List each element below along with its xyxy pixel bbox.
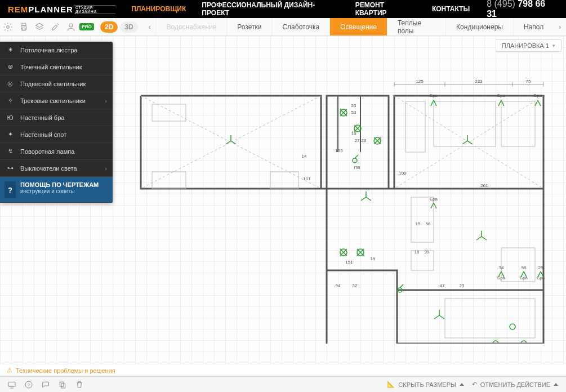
floor-plan[interactable]: 125 233 75: [130, 62, 551, 344]
svg-line-54: [439, 315, 444, 319]
palette-pendant[interactable]: ◎ Подвесной светильник: [0, 75, 113, 92]
logo-rem: REM: [8, 5, 28, 14]
copy-icon[interactable]: [54, 377, 71, 393]
logo[interactable]: REMPLANNER СТУДИЯ ДИЗАЙНА: [0, 4, 123, 14]
svg-rect-10: [405, 101, 425, 152]
dim-label: 34: [499, 265, 504, 270]
bra-label: Бра: [430, 93, 438, 98]
dim-label: 151: [345, 260, 353, 265]
settings-icon[interactable]: [0, 18, 16, 36]
main-nav: ПЛАНИРОВЩИК ПРОФЕССИОНАЛЬНЫЙ ДИЗАЙН-ПРОЕ…: [123, 0, 478, 18]
dim-label: ПВ: [354, 165, 360, 170]
view-toggle: 2D 3D: [100, 21, 138, 33]
phone-number[interactable]: 8 (495) 798 66 31: [478, 0, 566, 19]
palette-bra[interactable]: Ю Настенный бра: [0, 109, 113, 126]
dim-label: 32: [353, 283, 358, 288]
svg-point-58: [353, 158, 357, 163]
nav-contacts[interactable]: КОНТАКТЫ: [424, 0, 478, 18]
svg-rect-2: [22, 23, 25, 26]
tabs-prev-icon[interactable]: ‹: [144, 18, 156, 35]
spot-icon: ⊗: [6, 63, 15, 70]
tab-floorheat[interactable]: Теплые полы: [387, 18, 445, 35]
bra-label: Бра: [497, 93, 506, 98]
undo-button[interactable]: ↶ ОТМЕНИТЬ ДЕЙСТВИЕ: [472, 381, 558, 388]
switch-icon: ⊶: [6, 164, 15, 172]
svg-rect-16: [501, 248, 535, 282]
tabs-next-icon[interactable]: ›: [554, 18, 566, 35]
workspace-canvas[interactable]: ✶ Потолочная люстра ⊗ Точечный светильни…: [0, 36, 566, 364]
bra-label: Бра: [534, 93, 542, 98]
svg-rect-69: [60, 382, 64, 386]
dim-label: 18: [351, 131, 356, 136]
chat-icon[interactable]: [37, 377, 54, 393]
bra-label: Бра: [430, 197, 438, 202]
svg-line-51: [366, 197, 371, 201]
view-3d-button[interactable]: 3D: [120, 21, 137, 33]
svg-rect-70: [61, 384, 65, 388]
palette-help[interactable]: ? ПОМОЩЬ ПО ЧЕРТЕЖАМ инструкции и советы: [0, 177, 113, 203]
palette-switches[interactable]: ⊶ Выключатели света ›: [0, 160, 113, 177]
ruler-icon: 📐: [387, 381, 395, 388]
dim-label: 261: [480, 183, 488, 188]
issues-bar: ⚠ Технические проблемы и решения: [0, 364, 566, 376]
palette-wall-spot[interactable]: ✦ Настенный спот: [0, 126, 113, 143]
nav-design-project[interactable]: ПРОФЕССИОНАЛЬНЫЙ ДИЗАЙН-ПРОЕКТ: [194, 0, 347, 18]
tab-lighting[interactable]: Освещение: [329, 18, 387, 35]
nav-planner[interactable]: ПЛАНИРОВЩИК: [123, 0, 194, 18]
layout-selector[interactable]: ПЛАНИРОВКА 1 ▾: [496, 39, 561, 52]
bra-label: Бра: [520, 275, 528, 280]
palette-track[interactable]: ✧ Трековые светильники ›: [0, 92, 113, 109]
screen-icon[interactable]: [3, 377, 20, 393]
dim-label: 53: [351, 103, 356, 108]
palette-spot[interactable]: ⊗ Точечный светильник: [0, 59, 113, 75]
tab-flooring[interactable]: Напол: [513, 18, 554, 35]
toolbar: PRO 2D 3D ‹ Водоснабжение Розетки Слабот…: [0, 18, 566, 36]
chevron-right-icon: ›: [105, 97, 107, 104]
dim-label: 47: [440, 283, 445, 288]
dim-label: 18: [415, 250, 420, 255]
tool-icons: PRO: [0, 18, 95, 35]
tools-icon[interactable]: [47, 18, 63, 36]
pro-badge[interactable]: PRO: [79, 18, 95, 36]
track-icon: ✧: [6, 97, 15, 104]
undo-label: ОТМЕНИТЬ ДЕЙСТВИЕ: [480, 381, 550, 388]
dim-label: 28: [362, 138, 367, 143]
palette-rot-lamp[interactable]: ↯ Поворотная лампа: [0, 143, 113, 160]
svg-rect-8: [152, 172, 186, 189]
print-icon[interactable]: [16, 18, 32, 36]
dim-label: 39: [425, 250, 430, 255]
chevron-up-icon: [554, 383, 558, 386]
dim-label: 23: [460, 283, 465, 288]
tab-lowvolt[interactable]: Слаботочка: [271, 18, 329, 35]
help-circle-icon[interactable]: ?: [20, 377, 37, 393]
dim-label: 14: [302, 154, 307, 159]
lighting-palette: ✶ Потолочная люстра ⊗ Точечный светильни…: [0, 42, 113, 203]
palette-label: Точечный светильник: [20, 64, 82, 70]
palette-chandelier[interactable]: ✶ Потолочная люстра: [0, 42, 113, 59]
tab-water[interactable]: Водоснабжение: [155, 18, 226, 35]
wall-spot-icon: ✦: [6, 131, 15, 138]
dim-label: 125: [416, 79, 424, 84]
tab-sockets[interactable]: Розетки: [226, 18, 271, 35]
layout-label: ПЛАНИРОВКА 1: [502, 42, 549, 49]
hide-dimensions-button[interactable]: 📐 СКРЫТЬ РАЗМЕРЫ: [387, 381, 464, 388]
svg-rect-7: [152, 104, 186, 121]
user-icon[interactable]: [63, 18, 79, 36]
tab-ac[interactable]: Кондиционеры: [445, 18, 513, 35]
svg-line-61: [400, 284, 403, 288]
bra-label: Бра: [497, 275, 506, 280]
phone-prefix: 8 (495): [487, 0, 518, 8]
nav-renovation[interactable]: РЕМОНТ КВАРТИР: [347, 0, 424, 18]
view-2d-button[interactable]: 2D: [100, 21, 118, 33]
chevron-down-icon: ▾: [552, 43, 555, 48]
bra-icon: Ю: [6, 114, 15, 121]
bra-label: Бра: [537, 275, 545, 280]
dim-label: 27: [355, 138, 360, 143]
issues-link[interactable]: Технические проблемы и решения: [16, 367, 115, 374]
trash-icon[interactable]: [71, 377, 88, 393]
layers-icon[interactable]: [32, 18, 47, 36]
dim-label: 109: [399, 171, 407, 176]
warning-icon: ⚠: [7, 367, 12, 374]
palette-label: Поворотная лампа: [20, 148, 74, 155]
pendant-icon: ◎: [6, 80, 15, 87]
